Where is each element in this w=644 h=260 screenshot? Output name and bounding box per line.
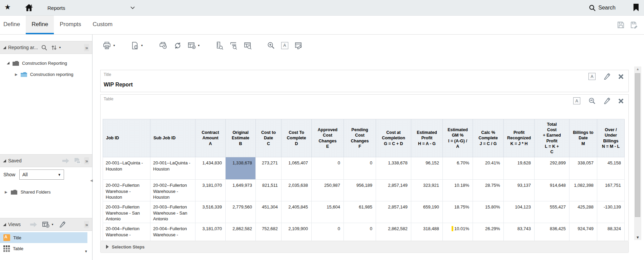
table-cell: 1,649,973: [226, 180, 256, 201]
tree-collapsed-icon[interactable]: ▶: [15, 73, 18, 76]
print-button[interactable]: ▼: [102, 41, 117, 51]
zoom-button[interactable]: [266, 41, 276, 50]
search-button[interactable]: Search: [589, 0, 616, 16]
table-cell: 6.70%: [443, 157, 473, 180]
expand-panel-icon[interactable]: »: [84, 221, 89, 228]
new-view-button[interactable]: ▼: [187, 41, 201, 50]
reports-menu[interactable]: Reports: [47, 0, 135, 16]
sort-icon[interactable]: [51, 45, 57, 51]
column-header[interactable]: Total Cost + Earned Profit L = K + C: [535, 119, 569, 157]
table-cell: 83,743: [504, 223, 535, 241]
edit-view-icon[interactable]: [59, 221, 65, 227]
scroll-up-icon[interactable]: ▲: [634, 67, 641, 71]
scroll-down-icon[interactable]: ▼: [634, 235, 641, 239]
new-view-caret-icon[interactable]: ▼: [51, 223, 54, 226]
table-cell: 451,304: [256, 201, 282, 223]
table-cell: 425,288: [569, 201, 597, 223]
export-button[interactable]: ▼: [130, 41, 144, 51]
table-cell: 20-001--LaQuinta - Houston: [103, 157, 150, 180]
column-header[interactable]: Cost at Completion G = C + D: [376, 119, 411, 157]
rename-view-button[interactable]: [294, 41, 304, 50]
column-header[interactable]: Billings to Date M: [569, 119, 597, 157]
tree-expanded-icon[interactable]: [7, 62, 9, 64]
table-cell: 20.41%: [473, 157, 504, 180]
column-header[interactable]: Approved Cost Changes E: [312, 119, 344, 157]
sort-caret-icon[interactable]: ▼: [59, 46, 61, 49]
analyze-table-icon[interactable]: [588, 97, 596, 104]
panel-collapse-icon[interactable]: [3, 223, 6, 226]
remove-table-icon[interactable]: [618, 98, 624, 104]
folder-blue-icon: [21, 72, 27, 77]
selection-steps-bar[interactable]: Selection Steps: [100, 241, 629, 253]
table-cell: 3,181,070: [195, 223, 226, 241]
table-cell: 2,109,900: [282, 223, 312, 241]
expand-panel-icon[interactable]: »: [84, 157, 89, 164]
save-as-button[interactable]: [630, 21, 638, 28]
tab-refine[interactable]: Refine: [26, 16, 54, 34]
show-dropdown[interactable]: All ▼: [19, 169, 64, 180]
conditional-format-marker: [452, 226, 453, 231]
column-header[interactable]: Job ID: [103, 119, 150, 157]
remove-title-icon[interactable]: [618, 74, 624, 79]
tree-item-label: Construction Reporting: [22, 61, 67, 66]
schedule-button[interactable]: [158, 41, 168, 51]
column-header[interactable]: Contract Amount A: [195, 119, 226, 157]
format-table-icon[interactable]: A: [573, 97, 580, 104]
views-panel-header[interactable]: Views ▼ »: [0, 218, 92, 231]
tree-collapsed-icon[interactable]: ▶: [5, 190, 7, 194]
column-header[interactable]: Estimated GM % I = (A-G) / A: [443, 119, 473, 157]
vertical-scrollbar[interactable]: ▲ ▼: [634, 66, 641, 240]
expand-selection-steps-icon[interactable]: [106, 245, 109, 249]
view-item-title[interactable]: A Title: [0, 232, 87, 243]
table-cell: 821,511: [256, 180, 282, 201]
edit-table-icon[interactable]: [604, 98, 610, 104]
column-header[interactable]: Sub Job ID: [150, 119, 195, 157]
scrollbar-thumb[interactable]: [635, 73, 640, 217]
text-format-button[interactable]: A: [280, 41, 289, 50]
tree-item-construction-reporting[interactable]: Construction Reporting: [0, 58, 92, 68]
column-header[interactable]: Pending Cost Changes F: [344, 119, 376, 157]
saved-panel-header[interactable]: Saved »: [0, 154, 92, 167]
favorites-icon[interactable]: ★: [4, 3, 11, 11]
column-header[interactable]: Cost to Date C: [256, 119, 282, 157]
format-title-icon[interactable]: A: [588, 73, 596, 80]
panel-collapse-icon[interactable]: [3, 159, 6, 162]
save-button[interactable]: [617, 21, 624, 28]
panel-collapse-icon[interactable]: [3, 46, 6, 49]
tree-item-shared-folders[interactable]: ▶ Shared Folders: [0, 186, 92, 197]
tab-define[interactable]: Define: [0, 16, 26, 34]
table-view-icon: [3, 245, 10, 252]
view-item-table[interactable]: Table: [0, 243, 87, 254]
print-caret-icon[interactable]: ▼: [113, 44, 116, 47]
refresh-button[interactable]: [173, 41, 183, 51]
column-header[interactable]: Over / Under Billings N = M - L: [597, 119, 625, 157]
new-view-caret-icon[interactable]: ▼: [198, 44, 200, 47]
table-cell: 3,516,339: [195, 201, 226, 223]
reporting-areas-panel-header[interactable]: Reporting ar... ▼ »: [0, 41, 92, 54]
top-bar: ★ Reports Search: [0, 0, 644, 16]
column-header[interactable]: Cost To Complete D: [282, 119, 312, 157]
column-header[interactable]: Original Estimate B: [226, 119, 256, 157]
column-header[interactable]: Profit Recognized K = J * H: [504, 119, 535, 157]
search-subject-area-icon[interactable]: [41, 45, 47, 51]
home-icon[interactable]: [25, 4, 33, 11]
show-filters-button[interactable]: [215, 41, 224, 51]
views-scroll-down-icon[interactable]: ▼: [84, 249, 88, 253]
table-header-row: Job IDSub Job IDContract Amount AOrigina…: [103, 119, 625, 157]
selection-steps-button[interactable]: [229, 41, 238, 51]
table-cell: 20-004--Fullerton Warehouse -: [103, 223, 150, 241]
bookmark-icon[interactable]: [633, 4, 639, 11]
table-cell: 20-002--Fullerton Warehouse - Houston: [150, 180, 195, 201]
new-view-icon[interactable]: [42, 221, 49, 228]
view-item-label: Title: [13, 235, 21, 240]
table-cell: 15,604: [312, 201, 344, 223]
column-header[interactable]: Calc % Complete J = C / G: [473, 119, 504, 157]
tab-custom[interactable]: Custom: [87, 16, 119, 34]
edit-title-icon[interactable]: [604, 73, 610, 80]
column-header[interactable]: Estimated Profit H = A - G: [411, 119, 443, 157]
expand-panel-icon[interactable]: »: [84, 44, 89, 51]
tab-prompts[interactable]: Prompts: [54, 16, 87, 34]
export-caret-icon[interactable]: ▼: [141, 44, 143, 47]
table-properties-button[interactable]: [243, 41, 253, 51]
tree-item-construction-reporting-sub[interactable]: ▶ Construction reporting: [0, 69, 92, 80]
